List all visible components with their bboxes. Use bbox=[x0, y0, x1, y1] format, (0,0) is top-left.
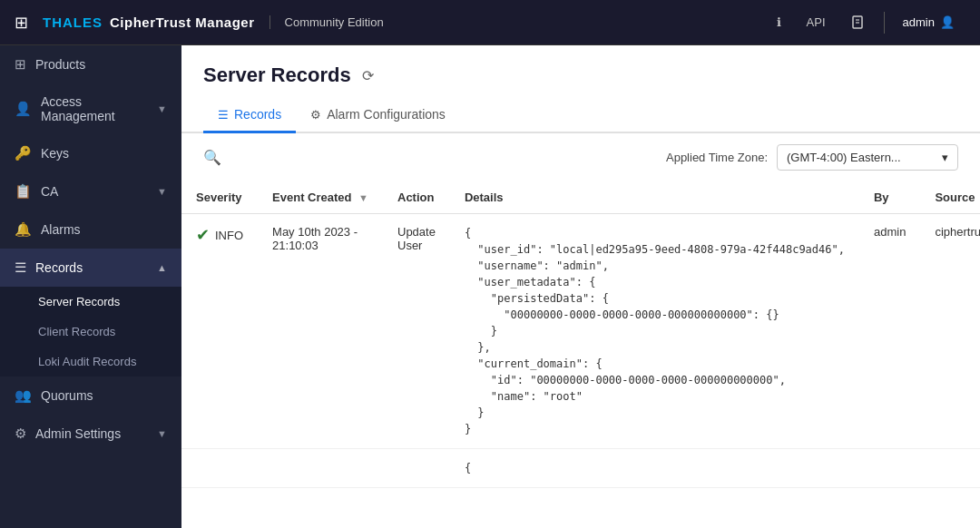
severity-value: INFO bbox=[215, 229, 243, 242]
sidebar-item-admin-settings[interactable]: ⚙ Admin Settings ▼ bbox=[0, 415, 181, 453]
refresh-icon[interactable]: ⟳ bbox=[362, 67, 374, 84]
sidebar-item-keys[interactable]: 🔑 Keys bbox=[0, 134, 181, 172]
chevron-icon: ▼ bbox=[157, 186, 167, 197]
tab-alarm-configurations[interactable]: ⚙ Alarm Configurations bbox=[296, 98, 460, 133]
cell-severity bbox=[181, 449, 258, 488]
sidebar-label-keys: Keys bbox=[41, 146, 69, 161]
table-container: Severity Event Created ▼ Action Details … bbox=[181, 181, 980, 528]
keys-icon: 🔑 bbox=[15, 145, 32, 161]
cell-action: Update User bbox=[383, 214, 450, 449]
admin-button[interactable]: admin 👤 bbox=[892, 10, 965, 34]
sidebar: ⊞ Products 👤 Access Management ▼ 🔑 Keys … bbox=[0, 45, 181, 528]
cell-severity: ✔ INFO bbox=[181, 214, 258, 449]
cell-source bbox=[920, 449, 980, 488]
status-ok-icon: ✔ bbox=[196, 225, 210, 245]
col-details: Details bbox=[450, 181, 859, 214]
sidebar-label-admin-settings: Admin Settings bbox=[35, 426, 121, 441]
sidebar-label-products: Products bbox=[35, 57, 85, 72]
access-icon: 👤 bbox=[15, 101, 32, 117]
tab-alarm-label: Alarm Configurations bbox=[327, 107, 446, 122]
cell-action bbox=[383, 449, 450, 488]
table-row: { bbox=[181, 449, 980, 488]
details-code: { "user_id": "local|ed295a95-9eed-4808-9… bbox=[465, 225, 845, 437]
cell-event-created: May 10th 2023 - 21:10:03 bbox=[258, 214, 383, 449]
alarms-icon: 🔔 bbox=[15, 221, 32, 238]
search-button[interactable]: 🔍 bbox=[203, 149, 221, 166]
sidebar-sub-item-loki-audit-records[interactable]: Loki Audit Records bbox=[0, 347, 181, 376]
cell-event-created bbox=[258, 449, 383, 488]
edition-badge: Community Edition bbox=[270, 15, 384, 29]
timezone-select[interactable]: (GMT-4:00) Eastern... ▾ bbox=[777, 144, 958, 171]
user-icon: 👤 bbox=[940, 15, 955, 29]
header-divider bbox=[884, 12, 885, 34]
dropdown-chevron-icon: ▾ bbox=[942, 151, 948, 164]
col-event-created[interactable]: Event Created ▼ bbox=[258, 181, 383, 214]
col-action: Action bbox=[383, 181, 450, 214]
records-icon: ☰ bbox=[15, 259, 26, 276]
tab-alarm-icon: ⚙ bbox=[310, 108, 321, 122]
sidebar-item-ca[interactable]: 📋 CA ▼ bbox=[0, 172, 181, 210]
tabs: ☰ Records ⚙ Alarm Configurations bbox=[181, 98, 980, 133]
grid-icon[interactable]: ⊞ bbox=[15, 13, 28, 33]
timezone-area: Applied Time Zone: (GMT-4:00) Eastern...… bbox=[666, 144, 958, 171]
sidebar-label-access: Access Management bbox=[41, 94, 157, 123]
app-name: CipherTrust Manager bbox=[110, 15, 255, 30]
chevron-icon: ▼ bbox=[157, 103, 167, 114]
admin-settings-icon: ⚙ bbox=[15, 425, 26, 442]
logo-thales: THALES bbox=[43, 15, 103, 30]
sidebar-label-quorums: Quorums bbox=[41, 388, 93, 403]
layout: ⊞ Products 👤 Access Management ▼ 🔑 Keys … bbox=[0, 45, 980, 528]
details-code-partial: { bbox=[465, 460, 845, 476]
top-header: ⊞ THALES CipherTrust Manager Community E… bbox=[0, 0, 980, 45]
cell-details: { bbox=[450, 449, 859, 488]
sidebar-item-products[interactable]: ⊞ Products bbox=[0, 45, 181, 83]
table-body: ✔ INFO May 10th 2023 - 21:10:03 Update U… bbox=[181, 214, 980, 488]
tab-records[interactable]: ☰ Records bbox=[203, 98, 296, 133]
chevron-icon: ▲ bbox=[157, 262, 167, 273]
sidebar-item-access-management[interactable]: 👤 Access Management ▼ bbox=[0, 83, 181, 134]
cell-by: admin bbox=[859, 214, 920, 449]
tab-records-label: Records bbox=[234, 107, 281, 122]
timezone-label: Applied Time Zone: bbox=[666, 151, 768, 164]
col-source: Source bbox=[920, 181, 980, 214]
header-right: ℹ API admin 👤 bbox=[766, 10, 965, 35]
api-button[interactable]: API bbox=[796, 10, 837, 34]
sidebar-label-ca: CA bbox=[41, 184, 58, 199]
ca-icon: 📋 bbox=[15, 183, 32, 200]
toolbar: 🔍 Applied Time Zone: (GMT-4:00) Eastern.… bbox=[181, 133, 980, 181]
sidebar-item-quorums[interactable]: 👥 Quorums bbox=[0, 376, 181, 415]
logo-area: THALES CipherTrust Manager bbox=[43, 15, 255, 30]
page-title: Server Records bbox=[203, 64, 351, 87]
table-header: Severity Event Created ▼ Action Details … bbox=[181, 181, 980, 214]
sidebar-item-alarms[interactable]: 🔔 Alarms bbox=[0, 210, 181, 249]
docs-button[interactable] bbox=[840, 10, 877, 35]
tab-records-icon: ☰ bbox=[218, 108, 229, 122]
products-icon: ⊞ bbox=[15, 56, 26, 73]
sidebar-label-alarms: Alarms bbox=[41, 222, 81, 237]
sidebar-sub-records: Server Records Client Records Loki Audit… bbox=[0, 287, 181, 376]
records-table: Severity Event Created ▼ Action Details … bbox=[181, 181, 980, 488]
sidebar-sub-item-server-records[interactable]: Server Records bbox=[0, 287, 181, 317]
chevron-icon: ▼ bbox=[157, 428, 167, 439]
timezone-value: (GMT-4:00) Eastern... bbox=[787, 151, 901, 164]
col-by: By bbox=[859, 181, 920, 214]
sidebar-sub-item-client-records[interactable]: Client Records bbox=[0, 317, 181, 347]
cell-source: ciphertrust bbox=[920, 214, 980, 449]
info-button[interactable]: ℹ bbox=[766, 10, 792, 34]
table-row: ✔ INFO May 10th 2023 - 21:10:03 Update U… bbox=[181, 214, 980, 449]
cell-details: { "user_id": "local|ed295a95-9eed-4808-9… bbox=[450, 214, 859, 449]
quorums-icon: 👥 bbox=[15, 387, 32, 404]
page-header: Server Records ⟳ bbox=[181, 45, 980, 87]
cell-by bbox=[859, 449, 920, 488]
sidebar-item-records[interactable]: ☰ Records ▲ bbox=[0, 249, 181, 287]
col-severity: Severity bbox=[181, 181, 258, 214]
main-content: Server Records ⟳ ☰ Records ⚙ Alarm Confi… bbox=[181, 45, 980, 528]
sidebar-label-records: Records bbox=[35, 260, 83, 275]
sort-icon: ▼ bbox=[358, 192, 368, 203]
